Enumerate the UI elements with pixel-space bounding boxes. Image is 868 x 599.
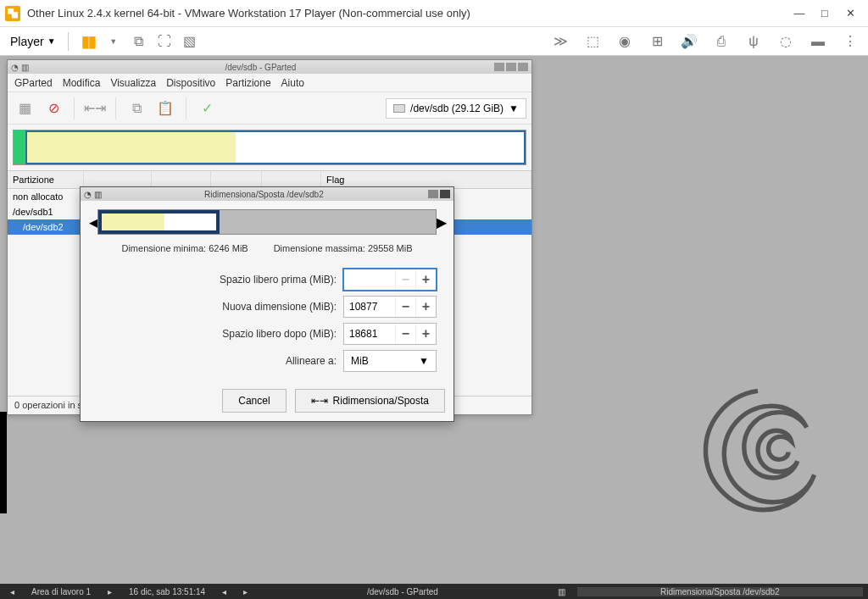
header-flag[interactable]: Flag <box>321 171 531 188</box>
resize-move-button[interactable]: ⇤⇥ Ridimensiona/Sposta <box>295 389 445 413</box>
new-size-spin[interactable]: − + <box>343 296 437 318</box>
resize-dialog: ◔ ▥ Ridimensiona/Sposta /dev/sdb2 ◀ ▶ Di… <box>80 186 454 422</box>
gparted-close-btn[interactable] <box>518 63 528 71</box>
player-menu[interactable]: Player ▼ <box>5 33 61 50</box>
more-icon[interactable]: ⋮ <box>841 32 860 51</box>
guest-desktop: ◔ ▥ /dev/sdb - GParted GParted Modifica … <box>0 56 868 599</box>
disk-icon[interactable]: ⬚ <box>583 32 602 51</box>
resize-handle-left[interactable]: ◀ <box>89 214 97 230</box>
network-icon[interactable]: ⊞ <box>648 32 666 51</box>
vmware-titlebar: Other Linux 2.4.x kernel 64-bit - VMware… <box>0 0 868 27</box>
resize-handle-right[interactable]: ▶ <box>437 214 445 230</box>
workspace-switcher-next[interactable]: ▸ <box>103 587 117 596</box>
space-before-spin[interactable]: − + <box>343 269 437 291</box>
left-dock-edge <box>0 412 7 513</box>
resize-bar[interactable] <box>97 209 437 235</box>
resize-dialog-title: Ridimensiona/Sposta /dev/sdb2 <box>102 190 426 199</box>
minimize-button[interactable]: — <box>787 5 812 22</box>
spin-plus[interactable]: + <box>415 324 436 344</box>
space-before-input[interactable] <box>344 274 395 286</box>
menu-visualizza[interactable]: Visualizza <box>110 77 156 89</box>
debian-logo <box>682 379 834 531</box>
apply-icon[interactable]: ✓ <box>195 97 219 120</box>
gparted-toolbar: ▦ ⊘ ⇤⇥ ⧉ 📋 ✓ /dev/sdb (29.12 GiB) ▼ <box>8 92 531 125</box>
copy-icon[interactable]: ⧉ <box>125 97 148 120</box>
workspace-label[interactable]: Area di lavoro 1 <box>26 587 96 596</box>
align-label: Allineare a: <box>97 355 337 367</box>
new-size-label: Nuova dimensione (MiB): <box>97 301 337 313</box>
gparted-max-btn[interactable] <box>506 63 516 71</box>
close-button[interactable]: ✕ <box>837 5 863 22</box>
usb-icon[interactable]: ψ <box>744 32 763 51</box>
pause-button[interactable]: ▮▮ <box>79 32 97 51</box>
taskbar-datetime[interactable]: 16 dic, sab 13:51:14 <box>124 587 210 596</box>
dialog-sys-icon: ◔ ▥ <box>84 190 102 199</box>
gparted-menubar: GParted Modifica Visualizza Dispositivo … <box>8 74 531 92</box>
menu-modifica[interactable]: Modifica <box>63 77 101 89</box>
vmware-toolbar: Player ▼ ▮▮ ▼ ⧉ ⛶ ▧ ≫ ⬚ ◉ ⊞ 🔊 ⎙ ψ ◌ ▬ ⋮ <box>0 27 868 56</box>
dropdown-icon: ▼ <box>509 103 519 114</box>
maximize-button[interactable]: □ <box>812 5 837 22</box>
printer-icon[interactable]: ⎙ <box>712 32 731 51</box>
gparted-titlebar[interactable]: ◔ ▥ /dev/sdb - GParted <box>8 60 531 74</box>
align-value: MiB <box>351 355 369 367</box>
sound-icon[interactable]: 🔊 <box>680 32 698 51</box>
cancel-button[interactable]: Cancel <box>222 389 286 413</box>
taskbar-nav-prev[interactable]: ◂ <box>217 587 231 596</box>
partition-graph[interactable] <box>13 130 526 165</box>
taskbar-app-gparted[interactable]: /dev/sdb - GParted <box>259 587 545 596</box>
taskbar-nav-next[interactable]: ▸ <box>238 587 253 596</box>
space-after-spin[interactable]: − + <box>343 323 437 345</box>
new-size-input[interactable] <box>344 301 395 313</box>
gparted-title-text: /dev/sdb - GParted <box>29 63 492 72</box>
space-after-input[interactable] <box>344 328 395 340</box>
device-selector-label: /dev/sdb (29.12 GiB) <box>410 103 504 114</box>
dim-max-label: Dimensione massima: 29558 MiB <box>274 243 413 253</box>
mouse-icon[interactable]: ▬ <box>809 32 827 51</box>
send-ctrl-alt-del-icon[interactable]: ⧉ <box>130 32 148 51</box>
vmware-icon <box>5 6 20 21</box>
device-arrow-icon[interactable]: ≫ <box>551 32 570 51</box>
partition-graph-sdb1[interactable] <box>14 130 25 164</box>
space-after-label: Spazio libero dopo (MiB): <box>97 328 337 340</box>
menu-gparted[interactable]: GParted <box>14 77 53 89</box>
space-before-label: Spazio libero prima (MiB): <box>97 274 337 286</box>
spin-minus[interactable]: − <box>395 269 415 290</box>
dropdown-arrow-icon: ▼ <box>47 36 56 46</box>
spin-minus[interactable]: − <box>395 324 415 344</box>
disk-small-icon <box>393 104 405 113</box>
dialog-btn2[interactable] <box>440 190 450 198</box>
menu-partizione[interactable]: Partizione <box>225 77 270 89</box>
guest-taskbar: ◂ Area di lavoro 1 ▸ 16 dic, sab 13:51:1… <box>0 584 868 599</box>
dim-min-label: Dimensione minima: 6246 MiB <box>121 243 248 253</box>
gparted-sys-icon: ◔ ▥ <box>11 63 29 72</box>
align-dropdown[interactable]: MiB ▼ <box>343 350 437 372</box>
resize-move-icon[interactable]: ⇤⇥ <box>83 97 107 120</box>
vmware-title: Other Linux 2.4.x kernel 64-bit - VMware… <box>27 7 470 19</box>
spin-plus[interactable]: + <box>415 297 436 317</box>
menu-dispositivo[interactable]: Dispositivo <box>166 77 215 89</box>
spin-minus[interactable]: − <box>395 297 415 317</box>
power-dropdown[interactable]: ▼ <box>104 32 123 51</box>
cd-icon[interactable]: ◉ <box>615 32 634 51</box>
new-partition-icon[interactable]: ▦ <box>13 97 36 120</box>
header-partizione[interactable]: Partizione <box>8 171 84 188</box>
paste-icon[interactable]: 📋 <box>153 97 177 120</box>
apply-arrow-icon: ⇤⇥ <box>311 395 328 407</box>
partition-graph-sdb2[interactable] <box>25 130 526 164</box>
spin-plus[interactable]: + <box>415 269 436 290</box>
resize-dialog-titlebar[interactable]: ◔ ▥ Ridimensiona/Sposta /dev/sdb2 <box>81 187 453 201</box>
player-label: Player <box>10 35 44 48</box>
device-selector[interactable]: /dev/sdb (29.12 GiB) ▼ <box>386 98 526 119</box>
taskbar-app-resize[interactable]: Ridimensiona/Sposta /dev/sdb2 <box>577 587 863 596</box>
fullscreen-icon[interactable]: ⛶ <box>155 32 174 51</box>
gparted-min-btn[interactable] <box>494 63 504 71</box>
dialog-btn1[interactable] <box>428 190 438 198</box>
dropdown-icon: ▼ <box>419 355 429 367</box>
taskbar-app-icon[interactable]: ▥ <box>553 587 570 596</box>
unity-icon[interactable]: ▧ <box>181 32 199 51</box>
delete-partition-icon[interactable]: ⊘ <box>42 97 65 120</box>
workspace-switcher-prev[interactable]: ◂ <box>5 587 19 596</box>
menu-aiuto[interactable]: Aiuto <box>281 77 304 89</box>
bluetooth-icon[interactable]: ◌ <box>776 32 795 51</box>
